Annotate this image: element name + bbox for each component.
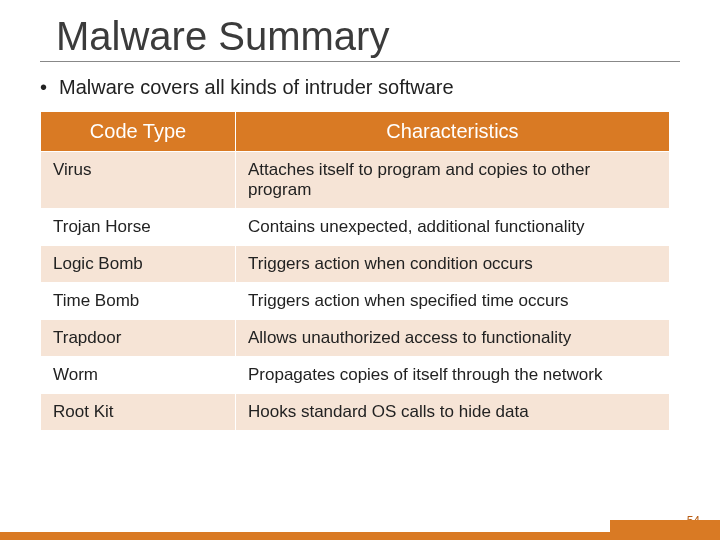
cell-char: Allows unauthorized access to functional… [236,320,670,357]
table-row: Trojan HorseContains unexpected, additio… [41,209,670,246]
cell-type: Root Kit [41,394,236,431]
cell-type: Trojan Horse [41,209,236,246]
malware-table: Code Type Characteristics VirusAttaches … [40,111,670,431]
cell-type: Virus [41,152,236,209]
cell-type: Logic Bomb [41,246,236,283]
footer-bar [0,532,720,540]
cell-type: Trapdoor [41,320,236,357]
slide-title: Malware Summary [56,14,720,59]
cell-char: Triggers action when condition occurs [236,246,670,283]
table-row: WormPropagates copies of itself through … [41,357,670,394]
cell-char: Propagates copies of itself through the … [236,357,670,394]
cell-char: Triggers action when specified time occu… [236,283,670,320]
table-row: VirusAttaches itself to program and copi… [41,152,670,209]
cell-type: Time Bomb [41,283,236,320]
cell-char: Attaches itself to program and copies to… [236,152,670,209]
table-row: TrapdoorAllows unauthorized access to fu… [41,320,670,357]
cell-char: Contains unexpected, additional function… [236,209,670,246]
title-divider [40,61,680,62]
table-row: Logic BombTriggers action when condition… [41,246,670,283]
bullet-text: Malware covers all kinds of intruder sof… [40,76,720,99]
cell-type: Worm [41,357,236,394]
footer-accent [610,520,720,532]
col-characteristics: Characteristics [236,112,670,152]
col-code-type: Code Type [41,112,236,152]
table-row: Root KitHooks standard OS calls to hide … [41,394,670,431]
cell-char: Hooks standard OS calls to hide data [236,394,670,431]
table-row: Time BombTriggers action when specified … [41,283,670,320]
